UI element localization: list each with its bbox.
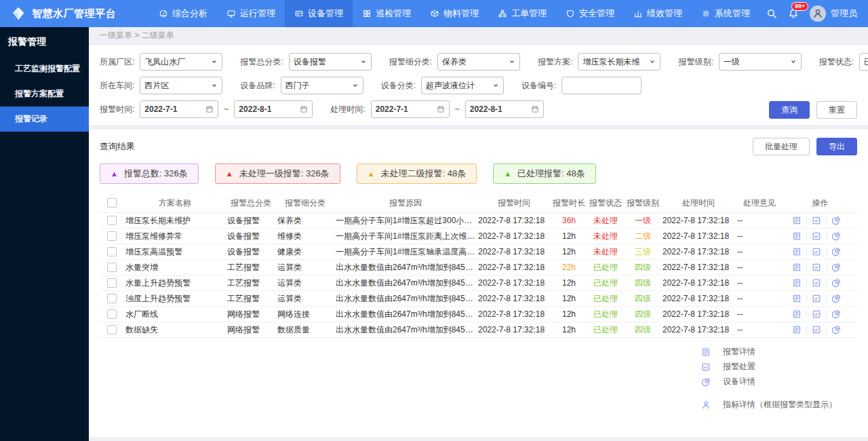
alarm-detail-icon[interactable] — [787, 247, 806, 256]
alarm-detail-icon[interactable] — [787, 325, 806, 334]
alarm-handle-icon[interactable] — [807, 231, 826, 241]
row-actions — [785, 247, 856, 256]
search-icon[interactable] — [766, 8, 777, 19]
indicator-detail-icon[interactable] — [854, 247, 857, 256]
device-detail-icon[interactable] — [827, 247, 846, 256]
device-detail-icon[interactable] — [827, 325, 846, 334]
row-checkbox[interactable] — [107, 294, 117, 303]
nav-item-label: 运行管理 — [240, 7, 275, 20]
filter-panel: 所属厂区: 飞凤山水厂 报警总分类: 设备报警 报警细分类: 保养类 报警方案:… — [89, 45, 868, 125]
device-detail-icon[interactable] — [827, 216, 846, 225]
device-detail-icon[interactable] — [827, 263, 846, 272]
cell-reason: 出水水量数值由2647m³/h增加到8457m³/h，突然增... — [334, 275, 477, 291]
alarm-handle-icon[interactable] — [807, 309, 826, 319]
alarm-handle-icon[interactable] — [807, 294, 826, 303]
alarm-handle-icon[interactable] — [807, 216, 826, 225]
nav-item-8[interactable]: 系统管理 — [692, 0, 760, 27]
alarm-detail-icon[interactable] — [787, 216, 806, 225]
indicator-detail-icon[interactable] — [854, 216, 857, 225]
nav-item-2[interactable]: 设备管理 — [285, 0, 353, 27]
indicator-detail-icon[interactable] — [854, 294, 857, 303]
indicator-detail-icon[interactable] — [854, 263, 857, 272]
reset-button[interactable]: 重置 — [816, 101, 857, 119]
设备编号-input[interactable] — [561, 77, 642, 94]
alarm-detail-icon[interactable] — [787, 278, 806, 288]
analysis-icon — [159, 9, 168, 18]
cell-handle-time: 2022-7-8 17:32:18 — [661, 322, 736, 338]
indicator-detail-icon[interactable] — [854, 231, 857, 241]
alarm-handle-icon — [701, 362, 711, 372]
row-checkbox[interactable] — [107, 216, 117, 225]
chevron-down-icon — [360, 58, 367, 65]
select-all-checkbox[interactable] — [107, 198, 117, 208]
cell-subcategory: 运算类 — [276, 260, 334, 275]
row-checkbox[interactable] — [107, 278, 117, 288]
nav-item-4[interactable]: 物料管理 — [420, 0, 488, 27]
报警时间-from-datepicker[interactable]: 2022-7-1 — [140, 100, 218, 118]
所属厂区-select[interactable]: 飞凤山水厂 — [140, 53, 222, 71]
stat-badge-text: 已处理报警: 48条 — [517, 168, 585, 180]
nav-item-0[interactable]: 综合分析 — [149, 0, 217, 27]
device-detail-icon[interactable] — [827, 231, 846, 241]
sidebar-item-1[interactable]: 报警方案配置 — [0, 81, 89, 107]
报警总分类-select[interactable]: 设备报警 — [289, 53, 372, 71]
处理时间-to-datepicker[interactable]: 2022-8-1 — [465, 100, 544, 118]
处理时间-from-datepicker[interactable]: 2022-7-1 — [371, 100, 450, 118]
alarm-detail-icon[interactable] — [787, 263, 806, 272]
batch-handle-button[interactable]: 批量处理 — [753, 138, 810, 155]
row-checkbox[interactable] — [107, 309, 117, 319]
报警细分类-select[interactable]: 保养类 — [437, 53, 520, 71]
cell-handle-time: 2022-7-8 17:32:18 — [661, 244, 736, 260]
报警状态-select[interactable]: 已处理 — [859, 53, 868, 71]
select-value: 一级 — [724, 56, 790, 68]
indicator-detail-icon[interactable] — [854, 309, 857, 319]
设备品牌-select[interactable]: 西门子 — [281, 77, 363, 94]
calendar-icon — [531, 105, 539, 113]
filter-field: 报警总分类: 设备报警 — [240, 53, 371, 71]
nav-item-1[interactable]: 运行管理 — [217, 0, 285, 27]
alarm-handle-icon[interactable] — [807, 278, 826, 288]
column-header: 报警细分类 — [276, 193, 334, 213]
cell-status: 已处理 — [587, 307, 625, 322]
user-menu[interactable]: 管理员 — [810, 5, 857, 22]
export-button[interactable]: 导出 — [816, 138, 857, 155]
row-checkbox[interactable] — [107, 325, 117, 334]
indicator-detail-icon[interactable] — [854, 278, 857, 288]
filter-row-2: 所在车间: 西片区 设备品牌: 西门子 设备分类: 超声波液位计 设备编号: — [100, 77, 857, 94]
所在车间-select[interactable]: 西片区 — [140, 77, 222, 94]
device-detail-icon[interactable] — [827, 278, 846, 288]
alarm-handle-icon[interactable] — [807, 247, 826, 256]
notification-bell[interactable]: 99+ — [788, 8, 799, 19]
filter-field: 报警方案: 增压泵长期未维 — [538, 53, 660, 71]
报警时间-to-datepicker[interactable]: 2022-8-1 — [234, 100, 313, 118]
device-detail-icon[interactable] — [827, 294, 846, 303]
alarm-detail-icon[interactable] — [787, 294, 806, 303]
sidebar-item-0[interactable]: 工艺监测报警配置 — [0, 56, 89, 81]
报警级别-select[interactable]: 一级 — [719, 53, 802, 71]
cell-opinion: -- — [736, 229, 783, 244]
row-checkbox[interactable] — [107, 231, 117, 241]
alarm-detail-icon[interactable] — [787, 309, 806, 319]
indicator-detail-icon[interactable] — [854, 325, 857, 334]
报警方案-select[interactable]: 增压泵长期未维 — [578, 53, 660, 71]
alarm-handle-icon[interactable] — [807, 263, 826, 272]
date-separator: ~ — [224, 104, 229, 114]
device-detail-icon[interactable] — [827, 309, 846, 319]
cell-plan-name: 浊度上升趋势预警 — [124, 291, 226, 307]
nav-item-7[interactable]: 绩效管理 — [624, 0, 692, 27]
calendar-icon — [300, 105, 308, 113]
query-button[interactable]: 查询 — [769, 101, 810, 119]
cell-plan-name: 增压泵维修异常 — [124, 229, 226, 244]
sidebar-item-2[interactable]: 报警记录 — [0, 107, 89, 132]
row-checkbox[interactable] — [107, 263, 117, 272]
cell-reason: 出水水量数值由2647m³/h增加到8457m³/h，突然增... — [334, 260, 477, 275]
nav-item-3[interactable]: 巡检管理 — [353, 0, 420, 27]
nav-item-6[interactable]: 安全管理 — [556, 0, 624, 27]
nav-item-5[interactable]: 工单管理 — [488, 0, 556, 27]
chevron-down-icon — [211, 58, 218, 65]
row-checkbox[interactable] — [107, 247, 117, 256]
alarm-handle-icon[interactable] — [807, 325, 826, 334]
设备分类-select[interactable]: 超声波液位计 — [421, 77, 504, 94]
alarm-detail-icon[interactable] — [787, 231, 806, 241]
table-row: 水厂断线 网络报警 网络连接 出水水量数值由2647m³/h增加到8457m³/… — [100, 307, 857, 322]
